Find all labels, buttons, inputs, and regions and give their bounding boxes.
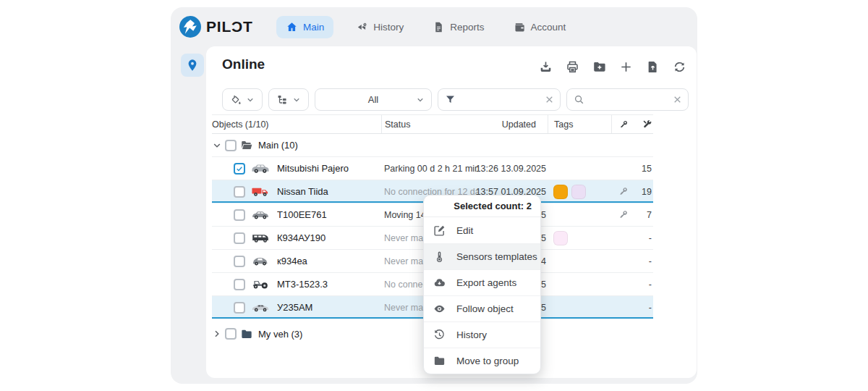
- unit-checkbox[interactable]: [234, 256, 245, 267]
- unit-updated-cell: 13:26 13.09.2025: [478, 157, 548, 180]
- filter-row: All: [222, 88, 689, 111]
- group-row[interactable]: Main (10): [212, 134, 653, 157]
- unit-key-cell: [611, 203, 634, 226]
- group-checkbox[interactable]: [225, 140, 237, 151]
- download-button[interactable]: [539, 60, 553, 74]
- status-column-header: Status: [381, 115, 478, 133]
- pilot-logo-icon: [179, 16, 201, 38]
- unit-tags-cell: [548, 157, 611, 180]
- chevron-right-icon: [212, 329, 222, 339]
- unit-checkbox[interactable]: [234, 279, 245, 290]
- unit-row[interactable]: Mitsubishi PajeroParking 00 d 2 h 21 min…: [212, 157, 653, 180]
- tag-chip[interactable]: [553, 185, 568, 199]
- unit-tags-cell: [548, 203, 611, 226]
- unit-key-cell: [611, 273, 634, 295]
- group-select[interactable]: All: [315, 88, 432, 111]
- search-input[interactable]: [566, 88, 689, 111]
- fill-icon: [230, 94, 242, 106]
- unit-count: 7: [647, 210, 652, 220]
- sportscar-icon: [251, 300, 270, 314]
- unit-count: -: [649, 233, 652, 243]
- tab-main[interactable]: Main: [276, 16, 333, 38]
- unit-tags-cell: [548, 250, 611, 272]
- unit-cell: к934ea: [212, 250, 381, 272]
- tag-chip[interactable]: [571, 185, 586, 199]
- tab-reports[interactable]: Reports: [426, 16, 490, 38]
- menu-item-edit[interactable]: Edit: [424, 217, 540, 243]
- panel-toolbar: [539, 60, 686, 74]
- key-icon: [618, 209, 629, 220]
- unit-cell: Mitsubishi Pajero: [212, 157, 381, 180]
- account-icon: [514, 21, 526, 33]
- unit-checkbox[interactable]: [234, 163, 245, 175]
- chevron-down-icon: [292, 96, 301, 104]
- top-navbar: PILƆT MainHistoryReportsAccount: [171, 7, 697, 46]
- unit-updated: 5: [541, 279, 546, 290]
- folder-open-icon: [239, 139, 254, 151]
- unit-key-cell: [611, 227, 634, 249]
- menu-item-label: Edit: [456, 225, 473, 236]
- tree-view-button[interactable]: [268, 88, 309, 111]
- unit-checkbox[interactable]: [234, 302, 245, 314]
- unit-cell: MT3-1523.3: [212, 273, 381, 295]
- unit-name: К934АУ190: [277, 232, 326, 243]
- menu-item-history[interactable]: History: [424, 321, 540, 348]
- add-object-button[interactable]: [619, 60, 633, 74]
- nav-tabs: MainHistoryReportsAccount: [276, 7, 572, 46]
- unit-key-cell: [611, 180, 634, 203]
- refresh-button[interactable]: [673, 60, 686, 74]
- tractor-icon: [251, 277, 270, 291]
- unit-checkbox[interactable]: [234, 186, 245, 198]
- unit-cell: К934АУ190: [212, 227, 381, 249]
- unit-count-cell: 7: [634, 203, 653, 226]
- chevron-down-icon: [416, 96, 425, 104]
- tab-account[interactable]: Account: [507, 16, 573, 38]
- tab-history[interactable]: History: [349, 16, 410, 38]
- unit-cell: T100EE761: [212, 203, 381, 226]
- unit-tags-cell: [548, 273, 611, 295]
- unit-name: T100EE761: [277, 209, 327, 220]
- unit-checkbox[interactable]: [234, 209, 245, 221]
- unit-name: Mitsubishi Pajero: [277, 163, 349, 174]
- move-folder-icon: [433, 355, 446, 367]
- clear-icon[interactable]: [545, 95, 554, 104]
- menu-item-label: Follow object: [456, 303, 514, 314]
- key-icon: [618, 186, 629, 197]
- unit-checkbox[interactable]: [234, 232, 245, 244]
- unit-count: -: [649, 279, 652, 290]
- menu-item-sensors-templates[interactable]: Sensors templates: [424, 243, 540, 269]
- clear-icon[interactable]: [673, 95, 682, 104]
- chevron-down-icon: [246, 96, 255, 104]
- thermometer-icon: [433, 251, 446, 263]
- unit-updated: 5: [541, 233, 546, 243]
- unit-key-cell: [611, 296, 634, 319]
- menu-item-follow-object[interactable]: Follow object: [424, 295, 540, 321]
- print-button[interactable]: [566, 60, 579, 74]
- unit-tags-cell: [548, 180, 611, 203]
- wrench-icon: [642, 119, 652, 130]
- tag-chip[interactable]: [553, 231, 568, 245]
- updated-column-header: Updated: [478, 115, 548, 133]
- add-folder-button[interactable]: [592, 60, 606, 74]
- group-label: My veh (3): [258, 329, 302, 340]
- status-filter-input[interactable]: [438, 88, 561, 111]
- unit-name: MT3-1523.3: [277, 279, 328, 290]
- tab-label: Reports: [450, 22, 484, 33]
- unit-status: Never mad: [384, 256, 428, 266]
- panel-title: Online: [222, 56, 265, 72]
- edit-icon: [433, 224, 446, 237]
- import-file-button[interactable]: [646, 60, 660, 74]
- menu-item-move-to-group[interactable]: Move to group: [424, 348, 540, 374]
- key-icon: [618, 119, 629, 130]
- chevron-down-icon: [212, 140, 222, 151]
- group-checkbox[interactable]: [225, 328, 237, 340]
- tree-icon: [276, 94, 288, 106]
- home-icon: [286, 21, 298, 33]
- map-button[interactable]: [181, 54, 204, 77]
- unit-tags-cell: [548, 296, 611, 319]
- menu-item-export-agents[interactable]: Export agents: [424, 269, 540, 295]
- history-icon: [433, 329, 446, 341]
- unit-name: к934ea: [277, 256, 307, 266]
- display-style-button[interactable]: [222, 88, 263, 111]
- unit-cell: У235AM: [212, 296, 381, 319]
